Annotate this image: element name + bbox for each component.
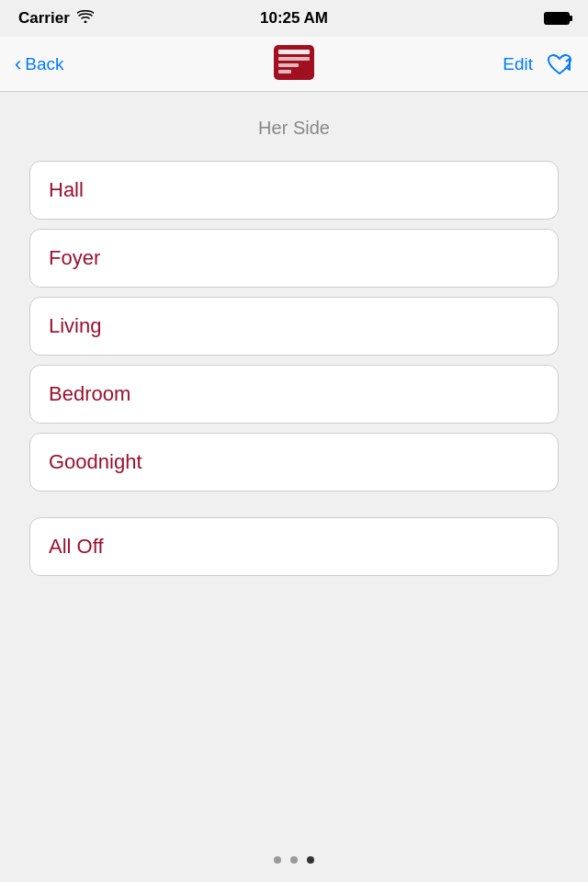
wifi-icon [77,10,94,27]
status-carrier: Carrier [18,9,94,28]
room-list: Hall Foyer Living Bedroom Goodnight [15,161,573,492]
back-button[interactable]: ‹ Back [15,54,64,74]
page-dots [274,856,314,864]
nav-bar: ‹ Back Edit [0,37,588,92]
room-bedroom-button[interactable]: Bedroom [29,365,559,424]
svg-rect-2 [278,57,310,61]
nav-right-actions: Edit [503,52,573,76]
back-label: Back [25,54,63,74]
status-bar: Carrier 10:25 AM [0,0,588,37]
all-off-button[interactable]: All Off [29,517,559,576]
page-dot-2[interactable] [290,856,298,864]
room-living-button[interactable]: Living [29,297,559,356]
room-hall-button[interactable]: Hall [29,161,559,220]
all-off-section: All Off [15,517,573,576]
status-time: 10:25 AM [260,9,328,28]
nav-title-icon [271,43,317,85]
room-goodnight-button[interactable]: Goodnight [29,433,559,492]
battery-icon [544,12,570,25]
main-content: Her Side Hall Foyer Living Bedroom Goodn… [0,92,588,576]
page-dot-1[interactable] [274,856,281,864]
room-foyer-button[interactable]: Foyer [29,229,559,288]
svg-rect-1 [278,50,310,54]
carrier-label: Carrier [18,9,70,28]
page-title: Her Side [15,118,573,139]
page-dot-3[interactable] [307,856,314,864]
back-chevron-icon: ‹ [15,54,21,74]
edit-button[interactable]: Edit [503,54,533,74]
status-right [544,12,570,25]
heart-share-icon[interactable] [546,52,573,76]
svg-rect-4 [278,70,291,74]
svg-rect-3 [278,63,299,67]
